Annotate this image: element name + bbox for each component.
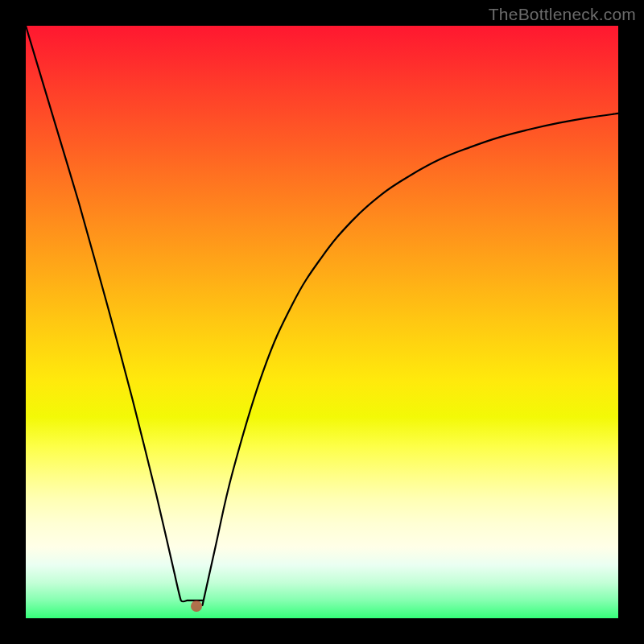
chart-frame: TheBottleneck.com (0, 0, 644, 644)
minimum-marker (191, 601, 202, 612)
bottleneck-curve (26, 26, 618, 618)
watermark-text: TheBottleneck.com (489, 5, 636, 24)
plot-area (26, 26, 618, 618)
curve-path (26, 26, 618, 605)
